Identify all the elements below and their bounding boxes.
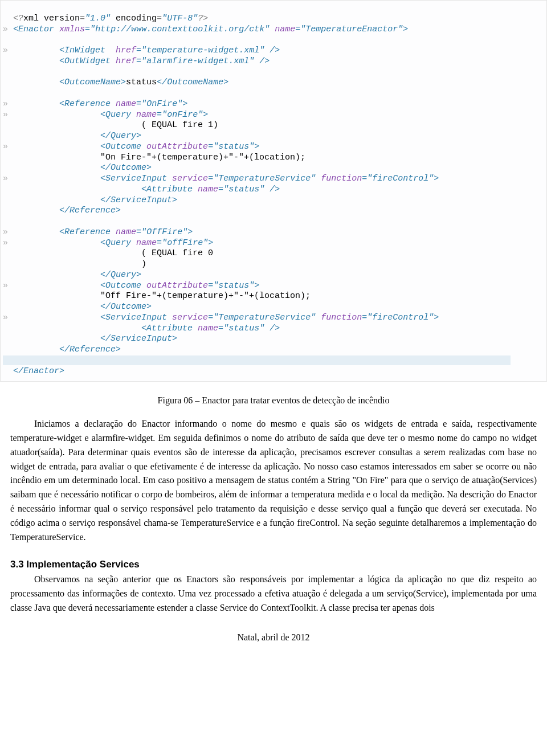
active-code-line xyxy=(3,355,511,365)
xml-code-listing: <?xml version="1.0" encoding="UTF-8"?> »… xyxy=(0,0,547,382)
paragraph-2: Observamos na seção anterior que os Enac… xyxy=(10,573,537,615)
page-footer: Natal, abril de 2012 xyxy=(0,632,547,643)
section-heading: 3.3 Implementação Services xyxy=(10,559,537,570)
fold-marker: » xyxy=(3,24,8,34)
paragraph-1: Iniciamos a declaração do Enactor inform… xyxy=(10,417,537,544)
code-line: <?xml version="1.0" encoding="UTF-8"?> xyxy=(3,14,208,23)
figure-caption: Figura 06 – Enactor para tratar eventos … xyxy=(0,395,547,406)
